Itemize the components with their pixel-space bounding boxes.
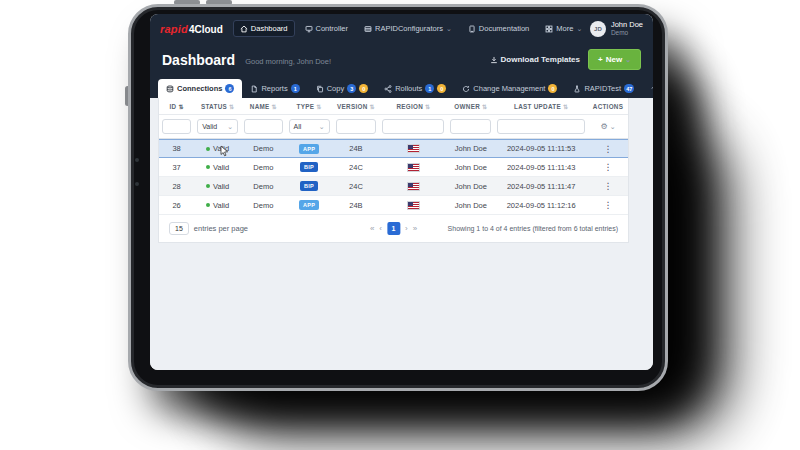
cell-status: Valid: [194, 201, 241, 210]
name-filter-input[interactable]: [244, 119, 283, 134]
sort-icon[interactable]: ⇅: [178, 103, 183, 110]
id-filter-input[interactable]: [162, 119, 191, 134]
tab-copy[interactable]: Copy30: [308, 79, 377, 98]
column-header-type[interactable]: Type⇅: [286, 98, 333, 114]
cell-id: 26: [159, 201, 194, 210]
nav-item-rapidconfigurators[interactable]: RAPIDConfigurators⌄: [358, 21, 458, 36]
refresh-icon: [462, 85, 470, 93]
tab-connections[interactable]: Connections6: [158, 79, 242, 98]
version-filter-input[interactable]: [336, 119, 377, 134]
status-dot: [206, 184, 210, 188]
download-icon: [490, 56, 498, 64]
sort-icon[interactable]: ⇅: [425, 103, 430, 110]
column-header-name[interactable]: Name⇅: [241, 98, 286, 114]
download-templates-label: Download Templates: [501, 55, 580, 64]
cell-version: 24B: [333, 144, 380, 153]
table-row-38[interactable]: 38ValidDemoAPP24BJohn Doe2024-09-05 11:1…: [159, 139, 628, 158]
status-dot: [206, 147, 210, 151]
us-flag-icon: [408, 145, 419, 152]
nav-item-controller[interactable]: Controller: [299, 21, 355, 36]
last-page-button[interactable]: »: [413, 224, 417, 233]
stage: rapid 4Cloud DashboardControllerRAPIDCon…: [0, 0, 800, 450]
share-icon: [384, 85, 392, 93]
owner-filter-input[interactable]: [450, 119, 491, 134]
monitor-icon: [305, 25, 313, 33]
current-page-button[interactable]: 1: [387, 222, 400, 235]
column-header-actions: Actions: [588, 98, 628, 114]
cell-owner: John Doe: [447, 144, 494, 153]
column-settings-button[interactable]: ⚙⌄: [600, 122, 615, 131]
tab-reports[interactable]: Reports1: [242, 79, 307, 98]
entries-per-page-label: entries per page: [194, 224, 248, 233]
nav-item-dashboard[interactable]: Dashboard: [233, 20, 295, 37]
tab-change-management[interactable]: Change Management0: [454, 79, 565, 98]
filter-cell-actions: ⚙⌄: [588, 115, 628, 138]
entries-summary: Showing 1 to 4 of 4 entries (filtered fr…: [448, 225, 618, 232]
tab-rollouts[interactable]: Rollouts10: [376, 79, 454, 98]
row-actions-button[interactable]: ⋮: [588, 200, 628, 210]
row-actions-button[interactable]: ⋮: [588, 162, 628, 172]
status-filter-select[interactable]: Valid⌄: [197, 119, 238, 134]
last-update-filter-input[interactable]: [497, 119, 585, 134]
table-footer: 15 entries per page « ‹ 1 › » Showing 1 …: [159, 215, 628, 242]
download-templates-button[interactable]: Download Templates: [490, 55, 580, 64]
chevron-down-icon: ⌄: [576, 27, 582, 31]
tab-count-badge: 47: [624, 84, 634, 93]
column-header-region[interactable]: Region⇅: [379, 98, 447, 114]
column-header-owner[interactable]: Owner⇅: [447, 98, 494, 114]
user-role: Demo: [611, 29, 643, 36]
tab-label: Connections: [177, 84, 222, 93]
new-button[interactable]: + New ⌄: [588, 49, 641, 70]
cell-name: Demo: [241, 163, 286, 172]
cell-name: Demo: [241, 182, 286, 191]
nav-item-label: Documentation: [479, 24, 529, 33]
cell-type: BIP: [286, 162, 333, 172]
page-title: Dashboard: [162, 52, 235, 68]
status-dot: [206, 203, 210, 207]
table-row-37[interactable]: 37ValidDemoBIP24CJohn Doe2024-09-05 11:1…: [159, 158, 628, 177]
prev-page-button[interactable]: ‹: [379, 224, 382, 233]
table-row-28[interactable]: 28ValidDemoBIP24CJohn Doe2024-09-05 11:1…: [159, 177, 628, 196]
next-page-button[interactable]: ›: [405, 224, 408, 233]
home-icon: [240, 25, 248, 33]
column-header-id[interactable]: ID⇅: [159, 98, 194, 114]
sort-icon[interactable]: ⇅: [316, 103, 321, 110]
cell-region: [379, 145, 447, 152]
row-actions-button[interactable]: ⋮: [588, 144, 628, 154]
nav-item-label: Dashboard: [251, 24, 288, 33]
tab-rapidupgrade[interactable]: RAPIDUpgrade49: [642, 79, 653, 98]
tab-pending-badge: 0: [437, 84, 446, 93]
tab-label: Change Management: [473, 84, 545, 93]
filter-cell-last-update: [494, 115, 588, 138]
first-page-button[interactable]: «: [370, 224, 374, 233]
tab-count-badge: 6: [225, 84, 234, 93]
column-header-last-update[interactable]: Last Update⇅: [494, 98, 588, 114]
cell-type: BIP: [286, 181, 333, 191]
sort-icon[interactable]: ⇅: [563, 103, 568, 110]
sort-icon[interactable]: ⇅: [229, 103, 234, 110]
cell-owner: John Doe: [447, 163, 494, 172]
brand-logo[interactable]: rapid 4Cloud: [160, 23, 223, 35]
column-header-status[interactable]: Status⇅: [194, 98, 241, 114]
row-actions-button[interactable]: ⋮: [588, 181, 628, 191]
cell-id: 37: [159, 163, 194, 172]
region-filter-input[interactable]: [382, 119, 444, 134]
cell-last-update: 2024-09-05 11:11:53: [494, 144, 588, 153]
upgrade-icon: [650, 85, 653, 93]
cell-type: APP: [286, 200, 333, 210]
tab-rapidtest[interactable]: RAPIDTest47: [565, 79, 642, 98]
cell-region: [379, 202, 447, 209]
chevron-down-icon: ⌄: [227, 125, 233, 129]
sort-icon[interactable]: ⇅: [370, 103, 375, 110]
table-row-26[interactable]: 26ValidDemoAPP24BJohn Doe2024-09-05 11:1…: [159, 196, 628, 215]
sort-icon[interactable]: ⇅: [272, 103, 277, 110]
nav-item-documentation[interactable]: Documentation: [462, 21, 535, 36]
table-body: 38ValidDemoAPP24BJohn Doe2024-09-05 11:1…: [159, 139, 628, 215]
type-filter-select[interactable]: All⌄: [289, 119, 330, 134]
user-menu[interactable]: JD John Doe Demo: [590, 21, 643, 37]
column-header-version[interactable]: Version⇅: [333, 98, 380, 114]
nav-item-more[interactable]: More⌄: [539, 21, 588, 36]
entries-per-page-input[interactable]: 15: [169, 222, 189, 235]
greeting-text: Good morning, John Doe!: [245, 57, 331, 66]
sort-icon[interactable]: ⇅: [482, 103, 487, 110]
